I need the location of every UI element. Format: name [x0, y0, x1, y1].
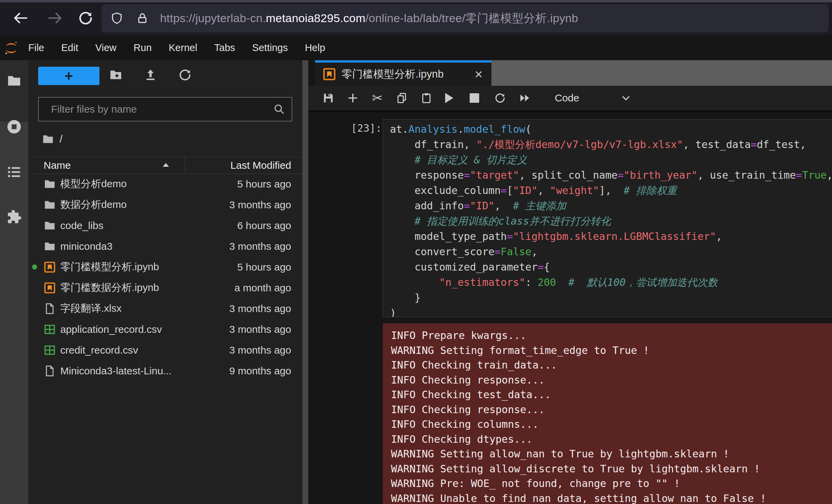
file-modified: 3 months ago [229, 324, 291, 335]
address-bar[interactable]: https://jupyterlab-cn.metanoia8295.com/o… [101, 4, 829, 32]
table-row[interactable]: 字段翻译.xlsx 3 months ago [28, 298, 302, 319]
shield-icon[interactable] [110, 12, 123, 25]
cell-output-stderr: INFO Prepare kwargs...WARNING Setting fo… [383, 323, 832, 504]
plus-icon: + [65, 69, 73, 83]
chevron-down-icon[interactable] [621, 93, 631, 103]
sidebar-activity-bar [0, 60, 28, 504]
window-top-edge [0, 0, 832, 2]
file-name: 零门槛模型分析.ipynb [60, 260, 159, 274]
back-icon[interactable] [13, 10, 29, 26]
sort-ascending-icon [163, 163, 169, 167]
csv-icon [44, 344, 56, 356]
table-row[interactable]: code_libs 6 hours ago [28, 215, 302, 236]
file-name: 字段翻译.xlsx [60, 302, 122, 315]
menu-view[interactable]: View [87, 42, 125, 53]
jupyterlab-browser-window: https://jupyterlab-cn.metanoia8295.com/o… [0, 0, 832, 504]
menu-edit[interactable]: Edit [53, 42, 87, 53]
file-modified: 3 months ago [229, 199, 291, 211]
running-kernels-icon[interactable] [6, 119, 22, 134]
close-icon[interactable]: × [475, 67, 483, 81]
file-modified: 3 months ago [229, 241, 291, 252]
table-row[interactable]: 零门槛模型分析.ipynb 5 hours ago [28, 257, 302, 277]
table-row[interactable]: miniconda3 3 months ago [28, 236, 302, 257]
url-domain: metanoia8295.com [266, 12, 365, 25]
new-launcher-button[interactable]: + [38, 67, 99, 85]
menu-run[interactable]: Run [125, 42, 160, 53]
column-header-modified[interactable]: Last Modified [231, 160, 291, 171]
table-row[interactable]: 零门槛数据分析.ipynb a month ago [28, 277, 302, 298]
cut-icon[interactable]: ✂ [372, 92, 383, 104]
filter-files-input[interactable] [50, 103, 273, 115]
table-row[interactable]: 数据分析demo 3 months ago [28, 194, 302, 215]
menu-tabs[interactable]: Tabs [206, 42, 244, 53]
paste-icon[interactable] [421, 92, 432, 104]
breadcrumb-root: / [60, 133, 63, 145]
file-name: application_record.csv [60, 324, 162, 335]
breadcrumb[interactable]: / [42, 132, 63, 146]
jupyter-logo-icon [4, 40, 18, 56]
code-editor[interactable]: at.Analysis.model_flow( df_train, "./模型分… [390, 121, 832, 317]
reload-icon[interactable] [78, 10, 93, 26]
menu-file[interactable]: File [20, 42, 53, 53]
upload-icon[interactable] [144, 68, 157, 82]
file-name: 模型分析demo [60, 177, 127, 191]
save-icon[interactable] [323, 92, 334, 104]
extensions-icon[interactable] [6, 209, 22, 225]
filter-files-box [38, 97, 292, 121]
file-list: 模型分析demo 5 hours ago 数据分析demo 3 months a… [28, 174, 302, 381]
menu-settings[interactable]: Settings [244, 42, 296, 53]
file-list-header: Name Last Modified [28, 157, 302, 174]
folder-icon [44, 240, 56, 253]
dock-tab-bar: 零门槛模型分析.ipynb × [308, 60, 832, 86]
file-modified: 5 hours ago [237, 178, 291, 190]
execution-count: [23]: [342, 122, 382, 134]
notebook-icon [44, 261, 56, 273]
new-folder-icon[interactable] [109, 68, 123, 82]
file-modified: 3 months ago [229, 303, 291, 314]
table-row[interactable]: application_record.csv 3 months ago [28, 319, 302, 340]
jupyterlab-menubar: File Edit View Run Kernel Tabs Settings … [0, 35, 832, 61]
file-browser-panel: + / Name Last Modified [28, 60, 302, 504]
notebook-scroll-area[interactable]: [23]: at.Analysis.model_flow( df_train, … [308, 114, 832, 504]
table-row[interactable]: Miniconda3-latest-Linu... 9 months ago [28, 360, 302, 381]
panel-splitter[interactable] [302, 60, 308, 504]
restart-kernel-icon[interactable] [494, 92, 506, 104]
search-icon [273, 103, 285, 115]
table-row[interactable]: credit_record.csv 3 months ago [28, 340, 302, 360]
file-modified: 5 hours ago [237, 261, 291, 273]
notebook-icon [323, 67, 336, 82]
csv-icon [44, 323, 56, 336]
tab-notebook[interactable]: 零门槛模型分析.ipynb × [315, 60, 491, 86]
file-name: Miniconda3-latest-Linu... [60, 365, 172, 377]
file-icon [44, 365, 56, 377]
file-name: 零门槛数据分析.ipynb [60, 281, 159, 295]
file-modified: a month ago [234, 282, 291, 294]
tab-bar-empty-area [491, 60, 832, 86]
file-browser-icon[interactable] [6, 73, 22, 88]
run-icon[interactable] [445, 93, 453, 103]
table-row[interactable]: 模型分析demo 5 hours ago [28, 174, 302, 194]
menu-kernel[interactable]: Kernel [160, 42, 206, 53]
cell-type-select[interactable]: Code [555, 92, 579, 104]
file-modified: 6 hours ago [237, 220, 291, 231]
lock-icon[interactable] [136, 12, 148, 25]
stop-icon[interactable] [470, 93, 479, 103]
notebook-panel: 零门槛模型分析.ipynb × ✂ [308, 60, 832, 504]
refresh-icon[interactable] [178, 68, 192, 82]
forward-icon[interactable] [47, 10, 63, 26]
folder-icon [44, 199, 56, 211]
restart-run-all-icon[interactable] [519, 92, 530, 104]
url-prefix: https://jupyterlab-cn. [160, 12, 266, 25]
add-cell-icon[interactable] [347, 92, 359, 104]
active-tab-highlight [0, 60, 28, 122]
copy-icon[interactable] [396, 92, 408, 104]
code-cell[interactable]: at.Analysis.model_flow( df_train, "./模型分… [383, 119, 832, 317]
table-of-contents-icon[interactable] [6, 164, 22, 180]
url-path: /online-lab/lab/tree/零门槛模型分析.ipynb [365, 12, 578, 25]
tab-title: 零门槛模型分析.ipynb [342, 67, 444, 81]
url-text[interactable]: https://jupyterlab-cn.metanoia8295.com/o… [160, 11, 578, 26]
notebook-toolbar: ✂ Code [308, 86, 832, 112]
menu-help[interactable]: Help [296, 42, 334, 53]
file-modified: 3 months ago [229, 344, 291, 356]
column-header-name[interactable]: Name [44, 160, 71, 171]
